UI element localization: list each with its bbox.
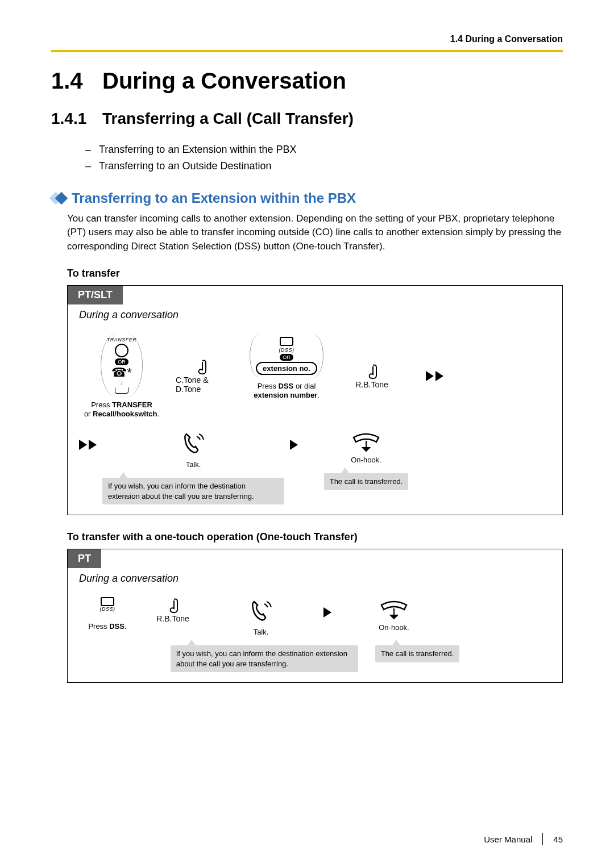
transfer-key-label: TRANSFER [107, 337, 137, 343]
handset-onhook-icon [378, 597, 410, 620]
step-caption: Press DSS or dial extension number. [254, 382, 320, 401]
section-title: During a Conversation [102, 68, 346, 93]
step-talk: Talk. [210, 597, 312, 637]
step-caption: On-hook. [351, 456, 381, 465]
tip-callout: The call is transferred. [375, 645, 460, 662]
alt-group: (DSS) OR extension no. [250, 333, 323, 378]
tip-callout: If you wish, you can inform the destinat… [102, 478, 284, 504]
page-footer: User Manual 45 [484, 833, 563, 845]
subsection-heading: 1.4.1Transferring a Call (Call Transfer) [51, 110, 563, 128]
topic-heading-row: Transferring to an Extension within the … [51, 190, 563, 206]
procedure-heading: To transfer with a one-touch operation (… [67, 531, 563, 543]
dss-label: (DSS) [279, 347, 294, 353]
section-heading: 1.4During a Conversation [51, 68, 563, 94]
arrow-icon [290, 440, 298, 450]
step-dss: (DSS) Press DSS. [79, 597, 136, 632]
procedure-context: During a conversation [79, 309, 562, 321]
procedure-box: PT/SLT During a conversation TRANSFER OR… [67, 285, 563, 516]
transfer-button-icon [115, 344, 128, 357]
intro-paragraph: You can transfer incoming calls to anoth… [67, 212, 563, 254]
phone-type-tab: PT/SLT [68, 286, 123, 304]
list-item: Transferring to an Outside Destination [85, 158, 563, 174]
handset-onhook-icon [350, 429, 382, 452]
tone-icon [194, 358, 208, 375]
handset-talk-icon [180, 429, 207, 457]
step-tone: R.B.Tone [346, 363, 397, 389]
continue-arrow-icon [426, 371, 443, 381]
continue-arrow-icon [79, 440, 97, 450]
page-number: 45 [553, 834, 563, 844]
flow-diagram: TRANSFER OR ☎︎* ↓ Press TRANSFER or Reca… [68, 326, 562, 515]
tip-callout: The call is transferred. [324, 473, 409, 490]
footer-separator [542, 833, 543, 845]
topic-list: Transferring to an Extension within the … [85, 141, 563, 174]
step-tone: C.Tone & D.Tone [176, 358, 227, 394]
procedure-box: PT During a conversation (DSS) Press DSS… [67, 549, 563, 683]
flow-diagram: (DSS) Press DSS. R.B.Tone Talk. [68, 589, 562, 682]
subsection-number: 1.4.1 [51, 110, 102, 128]
step-onhook: On-hook. The call is transferred. [309, 429, 423, 490]
topic-heading: Transferring to an Extension within the … [72, 190, 356, 206]
step-caption: Press TRANSFER or Recall/hookswitch. [84, 400, 159, 420]
running-head: 1.4 During a Conversation [51, 34, 563, 44]
tone-label: R.B.Tone [156, 614, 189, 623]
diamond-icon [51, 194, 66, 203]
tone-icon [166, 597, 180, 614]
handset-talk-icon [247, 597, 275, 624]
procedure-context: During a conversation [79, 573, 562, 585]
step-onhook: On-hook. [343, 597, 445, 633]
dss-button-icon [101, 597, 114, 606]
step-caption: Talk. [254, 628, 269, 637]
step-caption: On-hook. [379, 623, 409, 633]
dss-button-icon [280, 337, 293, 346]
or-label: OR [115, 358, 128, 365]
tip-callout: If you wish, you can inform the destinat… [171, 645, 358, 672]
procedure-heading: To transfer [67, 268, 563, 279]
step-dial: (DSS) OR extension no. Press DSS or dial… [238, 333, 335, 401]
subsection-title: Transferring a Call (Call Transfer) [102, 110, 354, 127]
hookswitch-icon: ☎︎* [111, 366, 132, 379]
step-caption: Talk. [186, 460, 201, 470]
phone-type-tab: PT [68, 549, 101, 568]
tone-label: C.Tone & D.Tone [176, 375, 227, 394]
footer-label: User Manual [484, 834, 532, 844]
arrow-icon [323, 607, 331, 617]
step-transfer: TRANSFER OR ☎︎* ↓ Press TRANSFER or Reca… [79, 333, 164, 420]
dss-label: (DSS) [100, 606, 115, 612]
alt-group: TRANSFER OR ☎︎* ↓ [101, 333, 143, 397]
section-number: 1.4 [51, 68, 102, 94]
list-item: Transferring to an Extension within the … [85, 141, 563, 158]
or-label: OR [280, 354, 293, 361]
tone-label: R.B.Tone [355, 380, 388, 389]
step-caption: Press DSS. [88, 622, 126, 632]
cradle-icon [115, 387, 128, 394]
header-rule [51, 50, 563, 52]
tone-icon [365, 363, 379, 380]
page: 1.4 During a Conversation 1.4During a Co… [0, 0, 614, 868]
extension-number-pill: extension no. [256, 362, 317, 375]
step-talk: Talk. If you wish, you can inform the de… [108, 429, 279, 504]
step-tone: R.B.Tone [147, 597, 198, 623]
